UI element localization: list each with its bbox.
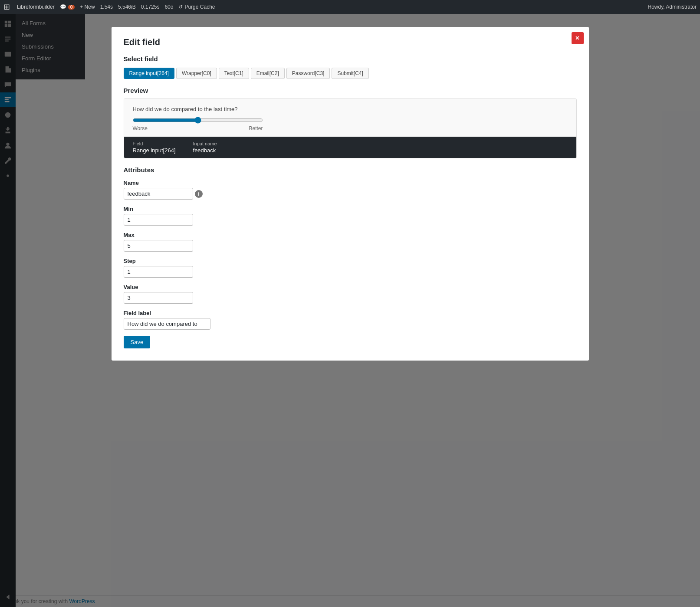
tab-range-input[interactable]: Range input[264]	[124, 68, 174, 79]
range-min-label: Worse	[133, 125, 148, 131]
range-labels: Worse Better	[133, 125, 263, 131]
name-input[interactable]	[124, 188, 193, 200]
stat-4: 60o	[164, 4, 173, 10]
preview-section: Preview How did we do compared to the la…	[124, 87, 577, 158]
site-name[interactable]: Libreformbuilder	[17, 4, 55, 10]
preview-question: How did we do compared to the last time?	[133, 106, 568, 112]
max-input[interactable]	[124, 240, 193, 252]
stat-1: 1.54s	[100, 4, 113, 10]
tab-password[interactable]: Password[C3]	[286, 68, 330, 79]
field-label-input[interactable]	[124, 318, 210, 330]
comments-bar-item[interactable]: 💬 0	[60, 4, 75, 10]
min-label: Min	[124, 206, 577, 212]
max-field-group: Max	[124, 232, 577, 252]
attributes-title: Attributes	[124, 166, 577, 174]
field-tabs: Range input[264] Wrapper[C0] Text[C1] Em…	[124, 68, 577, 79]
field-label-label: Field label	[124, 310, 577, 316]
value-label: Value	[124, 284, 577, 290]
tab-email[interactable]: Email[C2]	[251, 68, 285, 79]
howdy-text: Howdy, Administrator	[648, 4, 697, 10]
new-content-button[interactable]: + New	[80, 4, 95, 10]
name-input-wrapper: i	[124, 188, 577, 200]
min-input[interactable]	[124, 214, 193, 226]
step-input[interactable]	[124, 266, 193, 278]
save-button[interactable]: Save	[124, 336, 151, 348]
input-name-value: feedback	[193, 147, 217, 154]
field-label-group: Field label	[124, 310, 577, 330]
preview-box: How did we do compared to the last time?…	[124, 98, 577, 158]
field-info-value: Range input[264]	[133, 147, 176, 154]
modal-overlay: × Edit field Select field Range input[26…	[0, 14, 700, 607]
preview-title: Preview	[124, 87, 577, 94]
max-label: Max	[124, 232, 577, 238]
input-name-label: Input name	[193, 141, 217, 146]
stat-3: 0.1725s	[141, 4, 160, 10]
field-info-label: Field	[133, 141, 176, 146]
attributes-section: Attributes Name i Min Max	[124, 166, 577, 348]
tab-wrapper[interactable]: Wrapper[C0]	[176, 68, 217, 79]
value-field-group: Value	[124, 284, 577, 304]
preview-info-bar: Field Range input[264] Input name feedba…	[124, 137, 576, 158]
range-container: Worse Better	[133, 117, 568, 131]
tab-submit[interactable]: Submit[C4]	[332, 68, 368, 79]
purge-cache-icon: ↺	[178, 4, 183, 10]
name-label: Name	[124, 180, 577, 186]
wp-logo-icon: ⊞	[3, 2, 10, 12]
tab-text[interactable]: Text[C1]	[219, 68, 249, 79]
name-hint-icon[interactable]: i	[195, 190, 203, 198]
field-info-group: Field Range input[264]	[133, 141, 176, 154]
step-label: Step	[124, 258, 577, 264]
stat-2: 5,546iB	[118, 4, 136, 10]
modal-close-button[interactable]: ×	[572, 32, 584, 44]
comment-icon: 💬	[60, 4, 66, 10]
step-field-group: Step	[124, 258, 577, 278]
input-name-info-group: Input name feedback	[193, 141, 217, 154]
range-max-label: Better	[249, 125, 263, 131]
admin-bar: ⊞ Libreformbuilder 💬 0 + New 1.54s 5,546…	[0, 0, 700, 14]
purge-cache-button[interactable]: ↺ Purge Cache	[178, 4, 215, 10]
edit-field-modal: × Edit field Select field Range input[26…	[112, 27, 589, 361]
select-field-title: Select field	[124, 55, 577, 62]
preview-content: How did we do compared to the last time?…	[124, 99, 576, 137]
preview-range-input[interactable]	[133, 117, 263, 124]
value-input[interactable]	[124, 292, 193, 304]
modal-title: Edit field	[124, 37, 577, 47]
min-field-group: Min	[124, 206, 577, 226]
comment-count-badge: 0	[68, 5, 75, 10]
select-field-section: Select field Range input[264] Wrapper[C0…	[124, 55, 577, 79]
name-field-group: Name i	[124, 180, 577, 200]
